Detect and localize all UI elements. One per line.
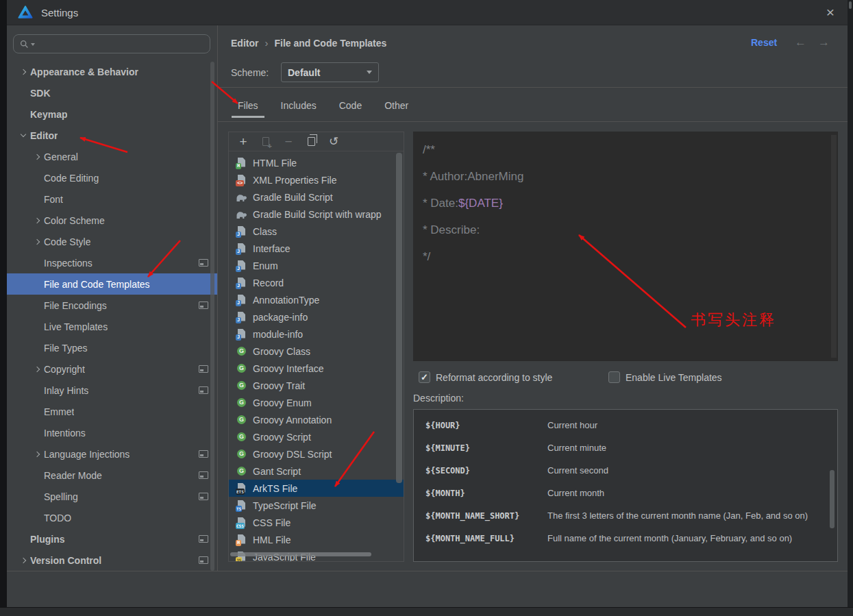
- description-scrollbar[interactable]: [830, 470, 835, 528]
- search-history-caret-icon[interactable]: [31, 43, 35, 46]
- settings-dialog: Settings × Appearance & BehaviorSDKKeyma…: [7, 0, 848, 607]
- sidebar-item-editor[interactable]: Editor: [7, 125, 218, 146]
- checkbox-reformat-according-to-style[interactable]: ✓Reformat according to style: [419, 371, 552, 383]
- sidebar-item-language-injections[interactable]: Language Injections: [7, 443, 218, 465]
- sidebar-item-color-scheme[interactable]: Color Scheme: [7, 210, 218, 231]
- dropdown-caret-icon: [367, 71, 372, 74]
- sidebar-item-keymap[interactable]: Keymap: [7, 103, 218, 125]
- chevron-down-icon[interactable]: [19, 132, 30, 140]
- sidebar-item-inspections[interactable]: Inspections: [7, 252, 218, 273]
- sidebar-item-emmet[interactable]: Emmet: [7, 401, 218, 422]
- chevron-right-icon[interactable]: [33, 450, 44, 458]
- sidebar-item-file-encodings[interactable]: File Encodings: [7, 295, 218, 316]
- chevron-right-icon[interactable]: [19, 556, 30, 565]
- template-item-html-file[interactable]: HHTML File: [229, 154, 404, 171]
- search-field[interactable]: [13, 34, 210, 53]
- copy-template-button[interactable]: +: [260, 135, 272, 149]
- close-icon[interactable]: ×: [821, 3, 839, 21]
- chevron-right-icon[interactable]: [33, 217, 44, 225]
- sidebar-item-sdk[interactable]: SDK: [7, 82, 218, 103]
- sidebar-item-todo[interactable]: TODO: [7, 507, 218, 528]
- breadcrumb-editor[interactable]: Editor: [231, 38, 258, 49]
- sidebar-item-font[interactable]: Font: [7, 188, 218, 210]
- checkbox-unchecked-icon[interactable]: [608, 371, 620, 383]
- template-item-record[interactable]: JRecord: [229, 274, 404, 291]
- checkbox-enable-live-templates[interactable]: Enable Live Templates: [608, 371, 722, 383]
- sidebar-item-general[interactable]: General: [7, 146, 218, 167]
- tab-includes[interactable]: Includes: [281, 100, 317, 117]
- sidebar-item-file-and-code-templates[interactable]: File and Code Templates: [7, 273, 218, 295]
- template-item-arkts-file[interactable]: ETSArkTS File: [229, 480, 404, 497]
- template-item-hml-file[interactable]: HHML File: [229, 531, 404, 548]
- template-item-groovy-script[interactable]: GGroovy Script: [229, 428, 404, 445]
- chevron-placeholder: [19, 110, 30, 119]
- reset-link[interactable]: Reset: [751, 37, 777, 48]
- tab-other[interactable]: Other: [384, 100, 408, 117]
- tab-files[interactable]: Files: [238, 100, 258, 117]
- tab-code[interactable]: Code: [339, 100, 362, 117]
- template-item-xml-properties-file[interactable]: <>XML Properties File: [229, 171, 404, 188]
- sidebar-item-label: TODO: [44, 513, 71, 523]
- list-vertical-scrollbar[interactable]: [396, 153, 402, 483]
- groovy-icon: G: [237, 381, 246, 390]
- chevron-right-icon[interactable]: [19, 68, 30, 76]
- checkbox-checked-icon[interactable]: ✓: [419, 371, 430, 383]
- sidebar-item-intentions[interactable]: Intentions: [7, 422, 218, 443]
- template-item-groovy-trait[interactable]: GGroovy Trait: [229, 377, 404, 394]
- template-item-annotationtype[interactable]: JAnnotationType: [229, 291, 404, 308]
- description-label: Description:: [413, 393, 464, 404]
- sidebar-item-code-editing[interactable]: Code Editing: [7, 167, 218, 188]
- template-item-groovy-class[interactable]: GGroovy Class: [229, 343, 404, 360]
- screen-indicator-icon: [199, 535, 208, 543]
- template-item-enum[interactable]: JEnum: [229, 257, 404, 274]
- template-item-class[interactable]: JClass: [229, 223, 404, 240]
- sidebar-item-label: Keymap: [30, 109, 67, 120]
- reset-template-button[interactable]: ↺: [327, 135, 340, 149]
- template-item-module-info[interactable]: Jmodule-info: [229, 325, 404, 343]
- sidebar-item-plugins[interactable]: Plugins: [7, 528, 218, 550]
- template-item-gradle-build-script-with-wrapp[interactable]: Gradle Build Script with wrapp: [229, 206, 404, 223]
- sidebar-item-inlay-hints[interactable]: Inlay Hints: [7, 380, 218, 401]
- search-input[interactable]: [37, 36, 210, 51]
- groovy-icon: G: [237, 398, 246, 407]
- back-arrow-icon[interactable]: ←: [795, 36, 806, 49]
- sidebar-item-label: File Encodings: [44, 300, 107, 311]
- duplicate-template-button[interactable]: [305, 135, 317, 149]
- variable-name: ${HOUR}: [425, 419, 547, 431]
- template-item-gant-script[interactable]: GGant Script: [229, 463, 404, 480]
- sidebar-item-reader-mode[interactable]: Reader Mode: [7, 465, 218, 486]
- sidebar-item-appearance-behavior[interactable]: Appearance & Behavior: [7, 61, 218, 82]
- template-item-gradle-build-script[interactable]: Gradle Build Script: [229, 188, 404, 206]
- template-item-interface[interactable]: JInterface: [229, 240, 404, 257]
- sidebar-item-spelling[interactable]: Spelling: [7, 486, 218, 507]
- sidebar-item-file-types[interactable]: File Types: [7, 337, 218, 358]
- sidebar-item-copyright[interactable]: Copyright: [7, 358, 218, 380]
- search-icon: [20, 40, 29, 49]
- template-item-groovy-enum[interactable]: GGroovy Enum: [229, 394, 404, 411]
- chevron-right-icon[interactable]: [33, 365, 44, 373]
- ets-file-icon: ETS: [236, 483, 247, 494]
- forward-arrow-icon[interactable]: →: [818, 36, 830, 49]
- template-item-groovy-annotation[interactable]: GGroovy Annotation: [229, 411, 404, 428]
- remove-template-button[interactable]: −: [282, 135, 295, 149]
- sidebar-scrollbar[interactable]: [210, 62, 214, 571]
- list-horizontal-scrollbar[interactable]: [230, 552, 371, 556]
- scheme-dropdown[interactable]: Default: [281, 62, 379, 82]
- sidebar-item-code-style[interactable]: Code Style: [7, 231, 218, 252]
- template-item-typescript-file[interactable]: TSTypeScript File: [229, 497, 404, 514]
- screen-indicator-icon: [199, 450, 208, 458]
- template-item-label: Interface: [253, 243, 290, 254]
- template-item-label: CSS File: [253, 517, 290, 528]
- template-item-package-info[interactable]: Jpackage-info: [229, 308, 404, 325]
- template-item-groovy-interface[interactable]: GGroovy Interface: [229, 360, 404, 377]
- add-template-button[interactable]: +: [237, 135, 249, 149]
- settings-tree: Appearance & BehaviorSDKKeymapEditorGene…: [7, 61, 218, 571]
- sidebar-item-live-templates[interactable]: Live Templates: [7, 316, 218, 337]
- template-item-groovy-dsl-script[interactable]: GGroovy DSL Script: [229, 445, 404, 463]
- sidebar-item-label: General: [44, 151, 78, 162]
- template-editor[interactable]: /*** Author:AbnerMing* Date:${DATE}* Des…: [413, 132, 838, 361]
- template-item-css-file[interactable]: CSSCSS File: [229, 514, 404, 531]
- sidebar-item-version-control[interactable]: Version Control: [7, 550, 218, 571]
- chevron-right-icon[interactable]: [33, 153, 44, 161]
- chevron-right-icon[interactable]: [33, 238, 44, 246]
